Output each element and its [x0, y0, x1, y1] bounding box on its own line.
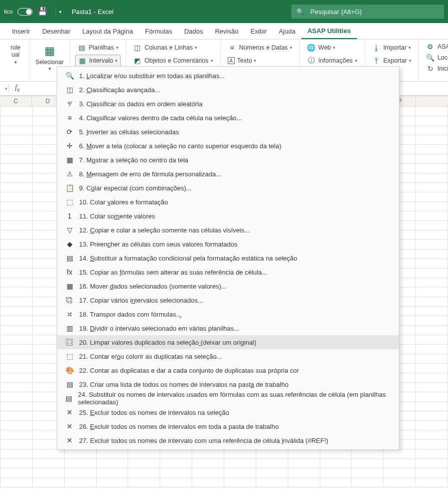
menu-item-17[interactable]: ⿻17. Copiar vários intervalos selecionad…: [57, 293, 399, 307]
menu-item-19[interactable]: ▥19. Dividir o intervalo selecionado em …: [57, 321, 399, 335]
ribbon-tabs: Inserir Desenhar Layout da Página Fórmul…: [0, 23, 448, 40]
menu-item-16[interactable]: ▦16. Mover dados selecionados (somente v…: [57, 279, 399, 293]
menu-item-icon: ✕: [64, 436, 75, 445]
gear-icon: ⚙: [426, 42, 435, 51]
btn-iniciar-ultima[interactable]: ↻ Iniciar a últim: [424, 64, 448, 74]
web-icon: 🌐: [307, 43, 316, 52]
opcoes-label[interactable]: Opçõe: [424, 75, 448, 82]
menu-item-26[interactable]: ✕26. Excluir todos os nomes de intervalo…: [57, 419, 399, 433]
menu-item-label: 3. Classificar os dados em ordem aleatór…: [79, 100, 202, 108]
menu-item-11[interactable]: 111. Colar somente valores: [57, 209, 399, 223]
menu-item-icon: ▤: [64, 394, 74, 403]
menu-item-23[interactable]: ▤23. Criar uma lista de todos os nomes d…: [57, 377, 399, 391]
btn-web[interactable]: 🌐 Web▾: [305, 42, 359, 54]
menu-item-icon: ⟳: [64, 127, 75, 136]
menu-item-label: 10. Colar valores e formatação: [79, 198, 168, 206]
menu-item-label: 9. Colar especial (com combinações)...: [79, 184, 192, 192]
tab-layout[interactable]: Layout da Página: [77, 23, 139, 39]
menu-item-label: 20. Limpar valores duplicados na seleção…: [79, 339, 256, 346]
menu-item-icon: ⚠: [64, 169, 75, 178]
menu-item-18[interactable]: ⤭18. Transpor dados com fórmulas...: [57, 307, 399, 321]
menu-item-icon: ≡: [64, 113, 75, 122]
menu-item-3[interactable]: ᵃ⁄3. Classificar os dados em ordem aleat…: [57, 97, 399, 111]
title-text: Pasta1 - Excel: [72, 8, 114, 16]
menu-item-13[interactable]: ◆13. Preencher as células com seus valor…: [57, 237, 399, 251]
title-bar: tico 💾 ▾ Pasta1 - Excel 🔍: [0, 0, 448, 23]
autosave-toggle[interactable]: [18, 8, 33, 16]
btn-colunas-linhas[interactable]: ◫ Colunas e Linhas▾: [131, 42, 215, 54]
btn-importar[interactable]: ⭳ Importar▾: [370, 42, 413, 54]
btn-exportar[interactable]: ⭱ Exportar▾: [370, 55, 413, 67]
btn-informacoes[interactable]: ⓘ Informações▾: [305, 55, 359, 67]
btn-planilhas[interactable]: ▤ Planilhas▾: [75, 42, 121, 54]
menu-item-22[interactable]: 🎨22. Contar as duplicatas e dar a cada c…: [57, 363, 399, 377]
search-box[interactable]: 🔍: [291, 5, 444, 19]
save-icon[interactable]: 💾: [38, 8, 48, 16]
search-icon: 🔍: [426, 53, 435, 62]
menu-item-10[interactable]: ⬚10. Colar valores e formatação: [57, 195, 399, 209]
fx-icon[interactable]: fx: [15, 84, 20, 93]
menu-item-icon: fx: [64, 268, 75, 277]
tab-asap-utilities[interactable]: ASAP Utilities: [301, 23, 356, 39]
menu-item-1[interactable]: 🔍1. Localizar e/ou substituir em todas a…: [57, 69, 399, 83]
tab-formulas[interactable]: Fórmulas: [139, 23, 178, 39]
btn-asap-options[interactable]: ⚙ ASAP Utilitie: [424, 42, 448, 52]
menu-item-8[interactable]: ⚠8. Mensagem de erro de fórmula personal…: [57, 167, 399, 181]
btn-numeros-datas[interactable]: ≡ Números e Datas▾: [226, 42, 294, 54]
menu-item-icon: ▥: [64, 324, 75, 333]
menu-item-icon: ▤: [64, 254, 75, 263]
menu-item-7[interactable]: ▦7. Mostrar a seleção no centro da tela: [57, 153, 399, 167]
menu-item-27[interactable]: ✕27. Excluir todos os nomes de intervalo…: [57, 433, 399, 447]
menu-item-12[interactable]: ▽12. Copiar e colar a seleção somente na…: [57, 223, 399, 237]
namebox-dropdown[interactable]: ▾: [5, 86, 8, 91]
menu-item-20[interactable]: ⿴20. Limpar valores duplicados na seleçã…: [57, 335, 399, 349]
menu-item-label: 24. Substituir os nomes de intervalos us…: [78, 391, 392, 406]
menu-item-icon: 📋: [64, 183, 75, 192]
menu-item-icon: 1: [64, 211, 75, 220]
info-icon: ⓘ: [307, 56, 316, 65]
btn-texto[interactable]: A Texto▾: [226, 55, 294, 67]
menu-item-label: 23. Criar uma lista de todos os nomes de…: [79, 381, 288, 388]
menu-item-5[interactable]: ⟳5. Inverter as células selecionadas: [57, 125, 399, 139]
tab-dados[interactable]: Dados: [178, 23, 209, 39]
range-icon: ▦: [78, 56, 87, 65]
tab-desenhar[interactable]: Desenhar: [36, 23, 76, 39]
menu-item-icon: ✕: [64, 422, 75, 431]
tab-exibir[interactable]: Exibir: [244, 23, 273, 39]
menu-item-label: 14. Substituir a formatação condicional …: [79, 255, 297, 262]
menu-item-4[interactable]: ≡4. Classificar valores dentro de cada c…: [57, 111, 399, 125]
tab-revisao[interactable]: Revisão: [209, 23, 244, 39]
menu-item-21[interactable]: ⬚21. Contar e/ou colorir as duplicatas n…: [57, 349, 399, 363]
menu-item-2[interactable]: ◫2. Classificação avançada...: [57, 83, 399, 97]
big-button-1[interactable]: role ual ▾: [7, 43, 24, 65]
menu-item-icon: ⬚: [64, 197, 75, 206]
search-input[interactable]: [309, 8, 439, 16]
menu-item-label: 21. Contar e/ou colorir as duplicatas na…: [79, 353, 222, 360]
btn-objetos-comentarios[interactable]: ◩ Objetos e Comentários▾: [131, 55, 215, 67]
menu-item-label: 4. Classificar valores dentro de cada cé…: [79, 114, 242, 122]
menu-item-icon: ⬚: [64, 352, 75, 361]
qat-customize[interactable]: ▾: [59, 9, 62, 15]
sheets-icon: ▤: [77, 43, 86, 52]
menu-item-label: 7. Mostrar a seleção no centro da tela: [79, 156, 188, 164]
tab-inserir[interactable]: Inserir: [6, 23, 36, 39]
menu-item-icon: ▤: [64, 380, 75, 389]
menu-item-15[interactable]: fx15. Copiar as fórmulas sem alterar as …: [57, 265, 399, 279]
col-C[interactable]: C: [0, 96, 32, 107]
btn-intervalo[interactable]: ▦ Intervalo▾: [75, 55, 121, 67]
text-icon: A: [228, 57, 235, 64]
tab-ajuda[interactable]: Ajuda: [273, 23, 301, 39]
menu-item-label: 8. Mensagem de erro de fórmula personali…: [79, 170, 221, 178]
menu-item-14[interactable]: ▤14. Substituir a formatação condicional…: [57, 251, 399, 265]
menu-item-icon: ▦: [64, 155, 75, 164]
btn-localizar[interactable]: 🔍 Localizar e s: [424, 53, 448, 63]
menu-item-24[interactable]: ▤24. Substituir os nomes de intervalos u…: [57, 391, 399, 405]
autosave-label: tico: [4, 9, 13, 15]
menu-item-25[interactable]: ✕25. Excluir todos os nomes de intervalo…: [57, 405, 399, 419]
menu-item-9[interactable]: 📋9. Colar especial (com combinações)...: [57, 181, 399, 195]
menu-item-icon: ◫: [64, 85, 75, 94]
menu-item-6[interactable]: ✛6. Mover a tela (colocar a seleção no c…: [57, 139, 399, 153]
intervalo-dropdown-menu: 🔍1. Localizar e/ou substituir em todas a…: [57, 66, 399, 450]
menu-item-label: 26. Excluir todos os nomes de intervalos…: [79, 423, 279, 430]
menu-item-label: 13. Preencher as células com seus valore…: [79, 240, 238, 248]
